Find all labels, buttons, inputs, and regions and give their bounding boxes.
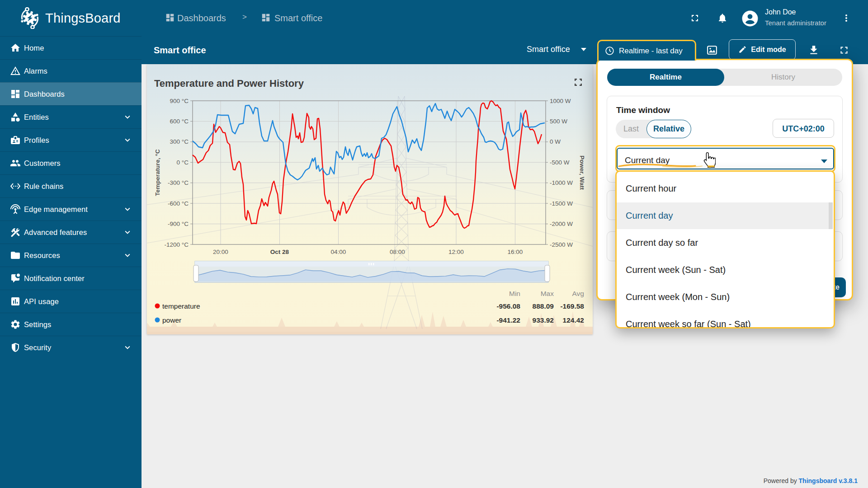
svg-text:12:00: 12:00 xyxy=(448,249,464,255)
svg-text:Avg: Avg xyxy=(572,290,584,297)
svg-text:16:00: 16:00 xyxy=(508,249,523,255)
svg-text:-941.22: -941.22 xyxy=(496,316,520,324)
svg-text:Max: Max xyxy=(541,290,554,297)
svg-text:-300 °C: -300 °C xyxy=(168,179,189,186)
svg-text:888.09: 888.09 xyxy=(533,302,554,310)
svg-text:Min: Min xyxy=(509,290,520,297)
svg-text:-1200 °C: -1200 °C xyxy=(165,241,189,248)
svg-text:300 °C: 300 °C xyxy=(170,138,189,145)
svg-text:Temperature and Power History: Temperature and Power History xyxy=(154,78,304,89)
svg-text:0 W: 0 W xyxy=(550,138,561,145)
svg-text:-1000 W: -1000 W xyxy=(550,179,573,186)
svg-text:-1500 W: -1500 W xyxy=(550,200,573,207)
svg-text:Temperature, °C: Temperature, °C xyxy=(154,149,161,196)
svg-text:Power, Watt: Power, Watt xyxy=(579,155,585,190)
svg-text:Oct 28: Oct 28 xyxy=(270,249,289,255)
svg-text:-500 W: -500 W xyxy=(550,159,570,166)
svg-text:-600 °C: -600 °C xyxy=(168,200,189,207)
svg-text:20:00: 20:00 xyxy=(213,249,228,255)
svg-text:-169.58: -169.58 xyxy=(560,302,584,310)
svg-text:0 °C: 0 °C xyxy=(177,159,189,166)
svg-text:temperature: temperature xyxy=(162,302,200,310)
svg-text:08:00: 08:00 xyxy=(390,249,405,255)
svg-text:-2000 W: -2000 W xyxy=(550,221,573,227)
svg-text:-900 °C: -900 °C xyxy=(168,221,189,227)
svg-text:power: power xyxy=(162,316,181,324)
svg-text:04:00: 04:00 xyxy=(331,249,346,255)
svg-text:933.92: 933.92 xyxy=(533,316,554,324)
svg-text:124.42: 124.42 xyxy=(563,316,584,324)
svg-text:600 °C: 600 °C xyxy=(170,118,189,125)
svg-text:900 °C: 900 °C xyxy=(170,98,189,104)
svg-text:1000 W: 1000 W xyxy=(550,98,571,104)
svg-text:-2500 W: -2500 W xyxy=(550,241,573,248)
svg-text:-956.08: -956.08 xyxy=(496,302,520,310)
svg-text:500 W: 500 W xyxy=(550,118,567,125)
